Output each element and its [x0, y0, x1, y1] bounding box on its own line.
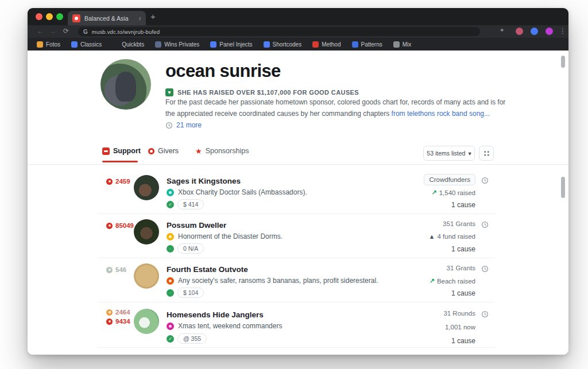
bookmark-favicon-icon: [312, 41, 319, 48]
subtitle-text: Xbox Charity Doctor Sails (Ambassadors).: [178, 188, 307, 196]
row-avatar[interactable]: [134, 175, 159, 200]
close-window-button[interactable]: [36, 13, 42, 20]
browser-menu-icon[interactable]: ⋮: [559, 27, 566, 35]
raised-text: 1,001 now: [445, 324, 475, 331]
givers-tab-icon: [148, 148, 154, 154]
amount-badge[interactable]: $ 414: [177, 199, 204, 209]
support-tab-icon: [102, 147, 110, 155]
tab-title: Balanced & Asia: [84, 15, 134, 22]
browser-window: Balanced & Asia ♪ + ← → ⟳ G musb.vdc.to/…: [28, 8, 568, 355]
bookmark-item[interactable]: Mix: [393, 41, 412, 48]
live-dot-icon: [106, 309, 113, 316]
amount-badge[interactable]: $ 104: [177, 288, 204, 298]
items-filter-dropdown[interactable]: 53 items listed ▾: [423, 146, 475, 161]
tabs-divider: [28, 164, 568, 165]
bookmark-item[interactable]: Quickbts: [113, 41, 144, 48]
stat-counter: 2464: [106, 309, 130, 316]
row-title[interactable]: Fourth Estate Outvote: [167, 265, 248, 274]
sponsorships-tab-icon: ★: [195, 147, 202, 155]
bio-more-link[interactable]: from telethons rock band song...: [392, 110, 490, 118]
row-badges: ✓ @ 355: [167, 333, 207, 344]
stat-value: 9434: [115, 318, 130, 325]
back-icon[interactable]: ←: [37, 27, 44, 35]
tab-support[interactable]: Support: [102, 147, 141, 155]
clock-icon: [165, 122, 173, 129]
tab-sponsorships[interactable]: ★ Sponsorships: [195, 147, 249, 155]
reload-icon[interactable]: ⟳: [63, 27, 69, 35]
scrollbar-thumb[interactable]: [561, 56, 565, 68]
clock-icon: [481, 265, 489, 275]
bookmark-label: Shortcodes: [273, 41, 302, 48]
active-tab-underline: [102, 161, 138, 162]
page-title: ocean sunrise: [165, 61, 281, 81]
profile-avatar[interactable]: [100, 59, 151, 110]
bookmark-favicon-icon: [37, 41, 43, 48]
browser-tab[interactable]: Balanced & Asia ♪: [68, 11, 146, 25]
stat-counter: 9434: [106, 318, 130, 325]
bookmark-favicon-icon: [210, 41, 216, 48]
row-subtitle: Xbox Charity Doctor Sails (Ambassadors).: [167, 188, 307, 196]
more-link[interactable]: 21 more: [165, 121, 202, 129]
tab-givers[interactable]: Givers: [148, 147, 179, 155]
browser-titlebar: Balanced & Asia ♪ +: [28, 8, 568, 25]
bookmark-item[interactable]: Wins Privates: [155, 41, 199, 48]
subtitle-text: Xmas tent, weekend commanders: [178, 322, 282, 330]
row-title[interactable]: Sages it Kingstones: [167, 177, 241, 185]
cause-icon: [167, 277, 174, 285]
address-bar[interactable]: G musb.vdc.to/wvnjrub-bufed: [78, 27, 480, 36]
seal-icon: ·: [167, 245, 174, 253]
new-tab-button[interactable]: +: [150, 12, 156, 21]
tab-audio-icon[interactable]: ♪: [138, 15, 141, 21]
clock-icon: [481, 310, 489, 320]
zoom-window-button[interactable]: [56, 13, 63, 20]
grid-view-toggle[interactable]: [479, 146, 494, 161]
page-action-icon[interactable]: ✦: [500, 27, 504, 33]
row-avatar[interactable]: [134, 219, 159, 244]
bookmark-item[interactable]: Method: [312, 41, 341, 48]
extension-icon[interactable]: [531, 28, 538, 35]
minimize-window-button[interactable]: [46, 13, 53, 20]
bookmarks-bar: Fotos Classics Quickbts Wins Privates Pa…: [28, 38, 568, 51]
row-avatar[interactable]: [134, 309, 159, 334]
clock-icon: [481, 220, 489, 231]
row-title[interactable]: Homesends Hide Janglers: [167, 310, 264, 319]
row-stat-top[interactable]: Crowdfunders: [424, 174, 475, 185]
cause-icon: [167, 189, 174, 196]
bookmark-item[interactable]: Classics: [71, 41, 102, 48]
stat-counter: 546: [106, 266, 126, 273]
amount-badge[interactable]: 0 N/A: [177, 243, 204, 254]
stat-value: 85049: [115, 222, 134, 229]
charity-badge-icon: ♥: [165, 88, 173, 96]
bookmark-item[interactable]: Shortcodes: [264, 41, 302, 48]
stat-value: 546: [115, 266, 126, 273]
row-stat-top: 31 Rounds: [443, 310, 475, 317]
amount-badge[interactable]: @ 355: [177, 333, 207, 344]
stat-counter: 2459: [106, 178, 130, 185]
row-title[interactable]: Possum Dweller: [167, 221, 226, 230]
cause-icon: [167, 233, 174, 240]
extension-icon[interactable]: [516, 28, 523, 35]
trend-up-icon: ▲: [429, 233, 435, 240]
bookmark-label: Wins Privates: [164, 41, 199, 48]
scrollbar-thumb[interactable]: [561, 177, 565, 198]
tab-favicon-icon: [72, 14, 80, 22]
bookmark-label: Patterns: [361, 41, 382, 48]
bio-text: the appreciated receive coordinated caus…: [165, 110, 392, 118]
page-content: ocean sunrise ♥ SHE HAS RAISED OVER $1,1…: [28, 51, 568, 355]
live-dot-icon: [106, 318, 113, 325]
clock-icon: [481, 176, 489, 187]
bookmark-label: Quickbts: [122, 41, 144, 48]
row-avatar[interactable]: [134, 263, 159, 289]
bookmark-item[interactable]: Patterns: [352, 41, 382, 48]
row-stat-mid: ▲ 4 fund raised: [429, 233, 475, 240]
bookmark-item[interactable]: Fotos: [37, 41, 60, 48]
forward-icon[interactable]: →: [49, 27, 56, 35]
row-divider: [98, 347, 495, 348]
bio-line: the appreciated receive coordinated caus…: [165, 108, 537, 119]
bio-line: For the past decade her passionate homet…: [165, 96, 537, 108]
bookmark-item[interactable]: Panel Injects: [210, 41, 252, 48]
extension-icon[interactable]: [546, 28, 553, 35]
url-text: musb.vdc.to/wvnjrub-bufed: [92, 29, 160, 35]
bookmark-label: Mix: [403, 41, 412, 48]
desktop: Balanced & Asia ♪ + ← → ⟳ G musb.vdc.to/…: [0, 0, 588, 369]
